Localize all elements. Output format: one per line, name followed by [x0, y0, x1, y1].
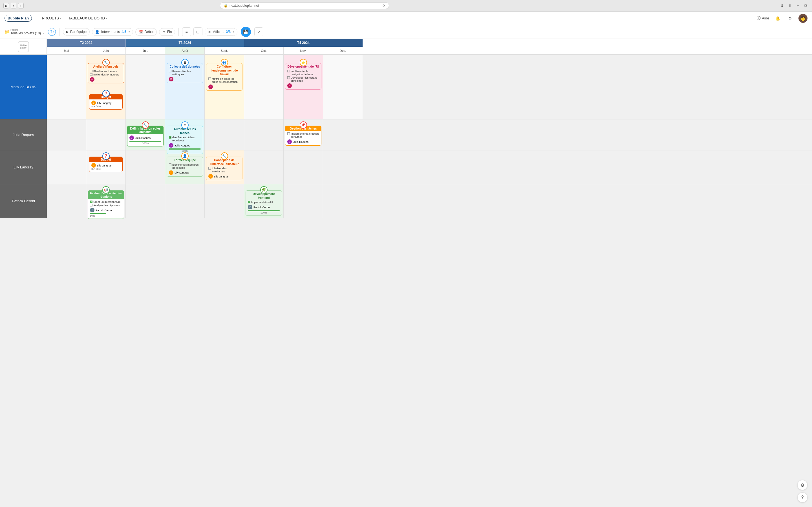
- project-arrow-icon: ▾: [43, 32, 45, 35]
- task-dev-frontend[interactable]: 🌿 Développement frontend ✓ Implémentatio…: [246, 190, 282, 216]
- task-former[interactable]: 👤 Former l'équipe Identifier les membres…: [167, 157, 203, 177]
- checkbox-auto-1: ✓: [169, 136, 171, 138]
- task-automatiser[interactable]: ≡ Automatiser les tâches ✓ dentifier les…: [167, 126, 203, 154]
- cell-oct-mathilde: [244, 55, 284, 119]
- project-selector[interactable]: Tous les projets (10) ▾: [10, 31, 45, 35]
- address-bar[interactable]: 🔒 next.bubbleplan.net ⟳: [220, 2, 389, 9]
- former-avatar: L: [169, 170, 173, 175]
- frontend-avatar: P: [248, 205, 252, 209]
- task-conception[interactable]: 🔧 Conception de l'interface utilisateur …: [206, 157, 243, 180]
- task-evaluer[interactable]: 📢 Évaluer l'efficacité des réunions ✓ Cr…: [88, 190, 124, 219]
- cell-nov-patrick: [284, 184, 323, 218]
- month-dec: Déc.: [323, 47, 363, 54]
- cell-juil-mathilde: [126, 55, 165, 119]
- list-view-btn[interactable]: ≡: [182, 27, 191, 36]
- checkbox-conception: [208, 167, 211, 170]
- task-definir[interactable]: 🔧 Définir la vision et les objectifs J J…: [127, 126, 163, 147]
- affichage-selector[interactable]: 👁 Affich... 3/8 ▾: [205, 28, 238, 36]
- row-patrick: 📢 Évaluer l'efficacité des réunions ✓ Cr…: [47, 184, 812, 218]
- cell-dec-julia: [323, 119, 363, 150]
- cell-nov-lily: [284, 151, 323, 184]
- eye-icon: 👁: [208, 30, 211, 34]
- save-icon: 💾: [243, 29, 249, 35]
- month-juin: Juin: [86, 47, 126, 54]
- evaluer-avatar: P: [90, 208, 94, 212]
- task-budget-mathilde[interactable]: ❓ Budget L Lily Langray ≡À faire: [89, 94, 123, 110]
- ateliers-icon: 🔧: [102, 59, 110, 66]
- debut-selector[interactable]: 📅 Début: [135, 28, 157, 36]
- task-budget-lily[interactable]: ❓ Budget L Lily Langray ≡À faire: [89, 157, 123, 172]
- grid-view-btn[interactable]: ⊞: [193, 27, 202, 36]
- share-icon[interactable]: ⬆: [787, 3, 793, 8]
- dev-frontend-assignee: P Patrick Ceroni: [248, 205, 280, 209]
- dev-ui-avatar: M: [287, 83, 292, 88]
- budget-assignee: L Lily Langray: [91, 101, 120, 105]
- bottom-help-btn[interactable]: ?: [797, 492, 808, 503]
- export-btn[interactable]: ↗: [254, 27, 263, 36]
- automatiser-assignee: J Julia Roques: [169, 143, 201, 148]
- fin-selector[interactable]: ⚑ Fin: [159, 28, 175, 36]
- person-column: AMMA CORP Mathilde BLOIS Julia Roques Li…: [0, 39, 47, 506]
- checkbox-collecte: [169, 70, 171, 72]
- cell-aout-lily: 👤 Former l'équipe Identifier les membres…: [165, 151, 205, 184]
- conception-avatar: L: [208, 174, 213, 179]
- timeline-area[interactable]: T2 2024 T3 2024 T4 2024 Mai Juin Juil. A…: [47, 39, 812, 506]
- cell-mai-julia: [47, 119, 86, 150]
- download-icon[interactable]: ⬇: [779, 3, 785, 8]
- checkbox-former: [169, 163, 171, 166]
- user-avatar[interactable]: 👩: [799, 14, 808, 23]
- nav-tableaux[interactable]: TABLEAUX DE BORD ▾: [65, 11, 111, 25]
- bell-btn[interactable]: 🔔: [774, 14, 781, 22]
- task-collecte[interactable]: 🖥 Collecte des données Rassembler les mé…: [167, 63, 203, 83]
- affichage-arrow-icon: ▾: [233, 31, 234, 33]
- person-mathilde: Mathilde BLOIS: [0, 55, 47, 119]
- header-right: ⓘ Aide 🔔 ⚙ 👩: [757, 14, 808, 23]
- task-ateliers[interactable]: 🔧 Ateliers mensuels Planifier les thèmes…: [88, 63, 124, 83]
- toolbar: 📁 Projets Tous les projets (10) ▾ ↻ ▶ Pa…: [0, 25, 812, 39]
- intervenants-selector[interactable]: 👤 Intervenants 4/5 ▾: [92, 28, 133, 36]
- folder-icon: 📁: [4, 30, 9, 34]
- former-icon: 👤: [181, 152, 189, 160]
- settings-btn[interactable]: ⚙: [786, 14, 794, 22]
- back-btn[interactable]: ‹: [11, 3, 16, 8]
- definir-icon: 🔧: [142, 121, 149, 129]
- conception-assignee: L Lily Langray: [208, 174, 240, 179]
- budget-avatar: L: [91, 101, 96, 105]
- evaluer-assignee: P Patrick Ceroni: [90, 208, 122, 212]
- refresh-btn[interactable]: ↻: [48, 28, 56, 36]
- cell-sept-lily: 🔧 Conception de l'interface utilisateur …: [205, 151, 244, 184]
- task-configurer[interactable]: 👥 Configurer l'environnement de travail …: [206, 63, 243, 91]
- task-dev-ui[interactable]: ⭐ Développement de l'UI Implémenter la n…: [285, 63, 321, 90]
- configurer-assignee: M: [208, 84, 240, 89]
- nav-projets[interactable]: PROJETS ▾: [39, 11, 65, 25]
- app-logo[interactable]: Bubble Plan: [4, 15, 32, 22]
- collecte-item-1: Rassembler les métriques: [169, 69, 201, 76]
- dev-ui-assignee: M: [287, 83, 319, 88]
- checkbox-dev-2: [287, 76, 290, 79]
- cell-mai-lily: [47, 151, 86, 184]
- save-btn[interactable]: 💾: [241, 27, 251, 37]
- conception-item-1: Réaliser des wireframes: [208, 167, 240, 173]
- task-gestion[interactable]: 📌 Gestion des tâches Implémenter la créa…: [285, 126, 321, 146]
- collecte-icon: 🖥: [181, 59, 189, 66]
- cell-sept-julia: [205, 119, 244, 150]
- cell-mai-mathilde: [47, 55, 86, 119]
- former-assignee: L Lily Langray: [169, 170, 201, 175]
- month-aout: Août: [165, 47, 205, 54]
- par-equipe-btn[interactable]: ▶ Par équipe: [63, 28, 90, 36]
- new-tab-icon[interactable]: ＋: [795, 3, 801, 8]
- budget-lily-icon: ❓: [102, 152, 110, 160]
- checkbox-2: [90, 73, 93, 76]
- dev-ui-item-1: Implémenter la navigation de base: [287, 69, 319, 76]
- tabs-icon[interactable]: ⧉: [803, 3, 809, 8]
- refresh-icon[interactable]: ⟳: [383, 4, 386, 8]
- cell-juin-patrick: 📢 Évaluer l'efficacité des réunions ✓ Cr…: [86, 184, 126, 218]
- cell-aout-mathilde: 🖥 Collecte des données Rassembler les mé…: [165, 55, 205, 119]
- bottom-settings-btn[interactable]: ⚙: [797, 480, 808, 490]
- row-mathilde: 🔧 Ateliers mensuels Planifier les thèmes…: [47, 55, 812, 119]
- sidebar-toggle-btn[interactable]: ⊞: [3, 3, 9, 8]
- cell-dec-patrick: [323, 184, 363, 218]
- evaluer-progress-label: 50%: [90, 214, 122, 217]
- forward-btn[interactable]: ›: [18, 3, 24, 8]
- help-btn[interactable]: ⓘ Aide: [757, 16, 769, 21]
